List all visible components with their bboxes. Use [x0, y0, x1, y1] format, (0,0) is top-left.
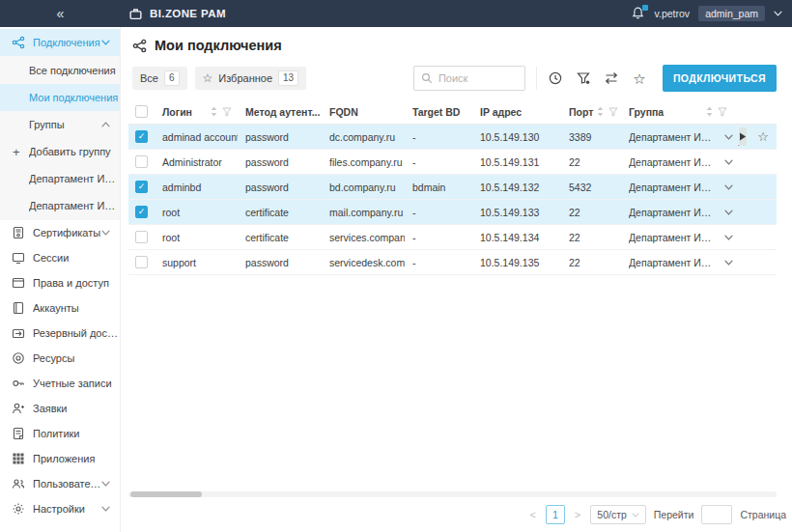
sidebar-item-group-it-linux[interactable]: Департамент ИТ - Linux: [0, 192, 120, 219]
sidebar-item-settings[interactable]: Настройки: [0, 496, 120, 521]
chevron-down-icon: [101, 506, 110, 512]
group-chevron-icon[interactable]: [724, 235, 733, 240]
sidebar-item-groups[interactable]: Группы: [0, 111, 120, 138]
sort-settings-icon[interactable]: [604, 70, 619, 86]
sidebar-item-label: Группы: [29, 119, 65, 130]
sidebar-item-label: Департамент ИТ - Wind...: [29, 173, 120, 184]
sidebar-item-group-it-windows[interactable]: Департамент ИТ - Wind...: [0, 165, 120, 192]
cell-group[interactable]: Департамент ИТ - Linux: [621, 232, 733, 243]
column-header-group[interactable]: Группа: [621, 106, 733, 118]
filter-icon[interactable]: [608, 107, 618, 117]
accounts-icon: [12, 301, 25, 315]
sidebar-item-resources[interactable]: Ресурсы: [0, 346, 120, 371]
sidebar-item-rights-access[interactable]: Права и доступ: [0, 270, 120, 295]
cell-login: Administrator: [155, 156, 238, 168]
user-menu-chevron-icon[interactable]: [774, 11, 782, 16]
sidebar-item-users-groups[interactable]: Пользователи и гр...: [0, 471, 120, 496]
sidebar-item-policies[interactable]: Политики: [0, 421, 120, 446]
sidebar-item-sessions[interactable]: Сессии: [0, 245, 120, 270]
role-badge[interactable]: admin_pam: [698, 6, 765, 21]
sort-icon[interactable]: [706, 106, 713, 117]
filter-icon[interactable]: [718, 107, 727, 117]
cell-group[interactable]: Департамент ИТ - Linux: [621, 207, 733, 218]
notifications-bell-icon[interactable]: [631, 6, 646, 21]
sidebar-item-applications[interactable]: Приложения: [0, 446, 120, 471]
cell-target-bd: bdmain: [405, 182, 472, 193]
group-chevron-icon[interactable]: [724, 210, 733, 215]
cell-login: root: [155, 232, 238, 243]
cell-fqdn: files.company.ru: [322, 156, 405, 168]
horizontal-scrollbar-thumb[interactable]: [130, 491, 202, 497]
search-input[interactable]: [438, 72, 518, 84]
cell-login: adminbd: [155, 182, 238, 193]
prev-page-icon[interactable]: <: [527, 509, 537, 520]
group-chevron-icon[interactable]: [724, 260, 733, 266]
page-number[interactable]: 1: [546, 505, 565, 524]
column-header-target-bd[interactable]: Target BD: [405, 106, 472, 118]
sidebar-item-add-group[interactable]: + Добавить группу: [0, 138, 120, 165]
row-checkbox[interactable]: [135, 155, 148, 168]
table-row[interactable]: root certificate services.company.ru - 1…: [128, 225, 777, 250]
pagination: < 1 > 50/стр Перейти Страница: [121, 497, 792, 532]
group-chevron-icon[interactable]: [724, 134, 733, 140]
group-chevron-icon[interactable]: [724, 159, 733, 165]
sidebar-item-backup-access[interactable]: Резервный доступ: [0, 321, 120, 346]
key-icon: [12, 377, 25, 390]
column-header-port[interactable]: Порт: [561, 106, 621, 118]
row-checkbox[interactable]: [135, 231, 148, 243]
play-connect-icon[interactable]: [739, 127, 747, 146]
table-row[interactable]: support password servicedesk.company.ru …: [128, 250, 777, 275]
connections-icon: [12, 36, 25, 49]
sidebar-item-label: Заявки: [33, 403, 68, 414]
chevron-down-icon: [632, 513, 639, 518]
sidebar-item-requests[interactable]: Заявки: [0, 396, 120, 421]
row-actions: ☆: [733, 127, 777, 146]
row-checkbox[interactable]: [135, 181, 148, 193]
history-icon[interactable]: [548, 70, 563, 86]
collapse-sidebar-icon[interactable]: «: [57, 7, 65, 20]
sidebar-item-certificates[interactable]: Сертификаты: [0, 220, 120, 245]
select-all-checkbox[interactable]: [135, 105, 148, 118]
column-header-fqdn[interactable]: FQDN: [322, 106, 405, 118]
next-page-icon[interactable]: >: [573, 509, 582, 520]
column-header-ip[interactable]: IP адрес: [472, 106, 561, 118]
cell-group[interactable]: Департамент ИТ - Linux: [621, 257, 733, 268]
rights-access-icon: [12, 276, 25, 290]
cell-login: adminad account: [155, 131, 238, 143]
cell-group[interactable]: Департамент ИТ - Windows: [621, 131, 733, 143]
connections-icon: [132, 39, 147, 53]
group-chevron-icon[interactable]: [724, 184, 733, 190]
cell-group[interactable]: Департамент ИТ - БД: [621, 182, 733, 193]
row-checkbox[interactable]: [135, 130, 148, 143]
page-size-select[interactable]: 50/стр: [590, 505, 646, 524]
sidebar-item-label: Все подключения: [29, 65, 116, 76]
filter-funnel-icon[interactable]: [576, 70, 591, 86]
filter-icon[interactable]: [222, 107, 232, 117]
sort-icon[interactable]: [211, 106, 217, 117]
sidebar-item-my-connections[interactable]: Мои подключения: [0, 84, 120, 111]
sort-icon[interactable]: [597, 106, 604, 117]
sidebar-item-connections[interactable]: Подключения: [0, 29, 120, 56]
cell-group[interactable]: Департамент ИТ - Linux: [621, 156, 733, 168]
chevron-down-icon: [101, 40, 110, 45]
sidebar-item-all-connections[interactable]: Все подключения: [0, 57, 120, 84]
brand-name: BI.ZONE PAM: [150, 8, 226, 19]
sidebar-item-accounts[interactable]: Аккаунты: [0, 295, 120, 321]
connect-button[interactable]: ПОДКЛЮЧИТЬСЯ: [663, 65, 777, 92]
goto-page-input[interactable]: [701, 505, 732, 524]
filter-chip-all[interactable]: Все 6: [132, 67, 187, 90]
table-row[interactable]: adminad account password dc.company.ru -…: [128, 125, 777, 150]
table-row[interactable]: adminbd password bd.company.ru bdmain 10…: [128, 175, 777, 200]
table-row[interactable]: Administrator password files.company.ru …: [128, 150, 777, 175]
filter-chip-favorites[interactable]: ☆ Избранное 13: [195, 67, 307, 90]
row-star-icon[interactable]: ☆: [757, 130, 769, 143]
sidebar-item-label: Учетные записи: [33, 378, 112, 389]
favorites-star-icon[interactable]: ☆: [632, 70, 647, 86]
row-checkbox[interactable]: [135, 256, 148, 268]
column-header-login[interactable]: Логин: [155, 106, 238, 118]
table-row[interactable]: root certificate mail.company.ru - 10.5.…: [128, 200, 777, 225]
sidebar-item-credentials[interactable]: Учетные записи: [0, 371, 120, 396]
cell-auth-method: certificate: [238, 232, 322, 243]
row-checkbox[interactable]: [135, 206, 148, 218]
column-header-auth-method[interactable]: Метод аутент...: [238, 106, 322, 118]
